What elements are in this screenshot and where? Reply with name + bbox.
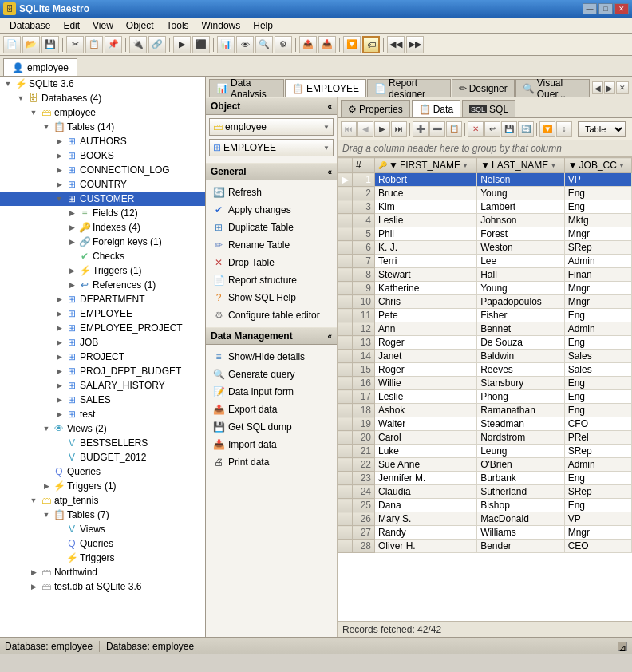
first-name-cell[interactable]: Dana (375, 499, 477, 512)
table-row[interactable]: 18AshokRamanathanEng (338, 404, 632, 417)
tree-databases-expand[interactable]: ▼ (14, 92, 27, 105)
tree-table-customer[interactable]: ▼ ⊞ CUSTOMER (0, 192, 205, 206)
table-row[interactable]: 14JanetBaldwinSales (338, 350, 632, 363)
job-code-cell[interactable]: Eng (564, 404, 631, 417)
tree-db-atp[interactable]: ▼ 🗃 atp_tennis (0, 493, 205, 508)
tree-table-test[interactable]: ▶ ⊞ test (0, 407, 205, 421)
table-row[interactable]: 3KimLambertEng (338, 200, 632, 214)
tree-views-expand[interactable]: ▼ (40, 422, 53, 435)
th-first-name[interactable]: 🔑 ▼ FIRST_NAME ▼ (375, 158, 477, 173)
tree-table-emp-proj[interactable]: ▶ ⊞ EMPLOYEE_PROJECT (0, 321, 205, 335)
jc-filter-icon[interactable]: ▼ (618, 162, 625, 169)
table-row[interactable]: 13RogerDe SouzaEng (338, 336, 632, 350)
tree-table-department[interactable]: ▶ ⊞ DEPARTMENT (0, 292, 205, 306)
table-row[interactable]: 27RandyWilliamsMngr (338, 526, 632, 540)
last-name-cell[interactable]: Reeves (477, 363, 565, 377)
tb-highlight[interactable]: 🏷 (362, 36, 380, 53)
first-name-cell[interactable]: Terri (375, 255, 477, 268)
job-code-cell[interactable]: Eng (564, 200, 631, 214)
tb-export[interactable]: 📤 (299, 36, 317, 53)
table-row[interactable]: 15RogerReevesSales (338, 363, 632, 377)
tb-copy[interactable]: 📋 (85, 36, 103, 53)
nav-prev[interactable]: ◀ (357, 121, 373, 137)
first-name-cell[interactable]: Janet (375, 350, 477, 363)
tree-tables-folder[interactable]: ▼ 📋 Tables (14) (0, 120, 205, 134)
action-refresh[interactable]: 🔄 Refresh (209, 184, 334, 201)
tree-empproj-expand[interactable]: ▶ (53, 322, 65, 334)
tree-atp-tables-expand[interactable]: ▼ (40, 508, 53, 521)
last-name-cell[interactable]: Lee (477, 255, 565, 268)
tree-customer-refs[interactable]: ▶ ↩ References (1) (0, 278, 205, 292)
tb-run[interactable]: ▶ (173, 36, 191, 53)
tree-table-books[interactable]: ▶ ⊞ BOOKS (0, 148, 205, 163)
tree-customer-indexes[interactable]: ▶ 🔑 Indexes (4) (0, 220, 205, 235)
action-sql-help[interactable]: ? Show SQL Help (209, 289, 334, 306)
menu-database[interactable]: Database (3, 18, 57, 33)
last-name-cell[interactable]: Bennet (477, 322, 565, 336)
cancel-edit[interactable]: ✕ (468, 121, 484, 137)
first-name-cell[interactable]: Bruce (375, 187, 477, 200)
last-name-cell[interactable]: Bishop (477, 499, 565, 512)
last-name-cell[interactable]: O'Brien (477, 458, 565, 472)
last-name-cell[interactable]: Young (477, 187, 565, 200)
tree-fk-expand[interactable]: ▶ (65, 235, 78, 248)
tree-views-folder[interactable]: ▼ 👁 Views (2) (0, 421, 205, 436)
last-name-cell[interactable]: Nelson (477, 173, 565, 187)
job-code-cell[interactable]: Eng (564, 499, 631, 512)
first-name-cell[interactable]: Robert (375, 173, 477, 187)
sub-tab-sql[interactable]: SQL SQL (462, 100, 515, 117)
job-code-cell[interactable]: Eng (564, 336, 631, 350)
last-name-cell[interactable]: Leung (477, 445, 565, 458)
job-code-cell[interactable]: Eng (564, 187, 631, 200)
last-name-cell[interactable]: De Souza (477, 336, 565, 350)
tb-paste[interactable]: 📌 (105, 36, 122, 53)
tree-authors-expand[interactable]: ▶ (53, 135, 65, 148)
job-code-cell[interactable]: SRep (564, 445, 631, 458)
sub-tab-data[interactable]: 📋 Data (412, 100, 460, 117)
db-tab-employee[interactable]: 👤 employee (3, 58, 77, 76)
tree-db-employee-expand[interactable]: ▼ (27, 106, 40, 119)
th-last-name[interactable]: ▼ LAST_NAME ▼ (477, 158, 565, 173)
maximize-button[interactable]: □ (598, 3, 613, 14)
tree-refs-expand[interactable]: ▶ (65, 279, 78, 291)
job-code-cell[interactable]: VP (564, 512, 631, 526)
action-data-form[interactable]: 📝 Data input form (209, 383, 334, 401)
first-name-cell[interactable]: Leslie (375, 214, 477, 227)
table-row[interactable]: 22Sue AnneO'BrienAdmin (338, 458, 632, 472)
first-name-cell[interactable]: Claudia (375, 485, 477, 499)
save-data[interactable]: 💾 (501, 121, 517, 137)
table-row[interactable]: 28Oliver H.BenderCEO (338, 540, 632, 553)
tree-dept-expand[interactable]: ▶ (53, 293, 65, 306)
last-name-cell[interactable]: Hall (477, 268, 565, 282)
tree-view-bestsellers[interactable]: ▶ V BESTSELLERS (0, 436, 205, 450)
tree-salhist-expand[interactable]: ▶ (53, 379, 65, 392)
tree-root-expand[interactable]: ▼ (2, 77, 14, 90)
tb-save[interactable]: 💾 (41, 36, 59, 53)
first-name-cell[interactable]: Leslie (375, 390, 477, 404)
tree-tables-expand[interactable]: ▼ (40, 121, 53, 133)
action-sql-dump[interactable]: 💾 Get SQL dump (209, 418, 334, 436)
tree-triggers-folder-expand[interactable]: ▶ (40, 480, 53, 492)
last-name-cell[interactable]: Sutherland (477, 485, 565, 499)
tree-indexes-expand[interactable]: ▶ (65, 221, 78, 234)
first-name-cell[interactable]: Willie (375, 377, 477, 390)
last-name-cell[interactable]: Weston (477, 241, 565, 255)
tb-disconnect[interactable]: 🔗 (148, 36, 166, 53)
tree-pdbudget-expand[interactable]: ▶ (53, 365, 65, 378)
last-name-cell[interactable]: Baldwin (477, 350, 565, 363)
last-name-cell[interactable]: Burbank (477, 472, 565, 485)
last-name-cell[interactable]: Ramanathan (477, 404, 565, 417)
undo-edit[interactable]: ↩ (484, 121, 500, 137)
filter-data[interactable]: 🔽 (539, 121, 555, 137)
job-code-cell[interactable]: Eng (564, 472, 631, 485)
last-name-cell[interactable]: Williams (477, 526, 565, 540)
last-name-cell[interactable]: Young (477, 282, 565, 295)
last-name-cell[interactable]: Stansbury (477, 377, 565, 390)
tb-nav-prev[interactable]: ◀◀ (387, 36, 405, 53)
menu-help[interactable]: Help (247, 18, 279, 33)
job-code-cell[interactable]: Sales (564, 363, 631, 377)
last-name-cell[interactable]: MacDonald (477, 512, 565, 526)
table-row[interactable]: 19WalterSteadmanCFO (338, 417, 632, 431)
first-name-cell[interactable]: Jennifer M. (375, 472, 477, 485)
first-name-cell[interactable]: Luke (375, 445, 477, 458)
